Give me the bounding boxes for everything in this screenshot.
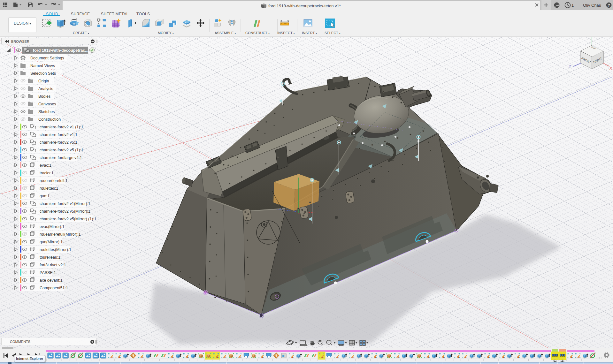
svg-text:gun:1: gun:1 — [40, 194, 50, 198]
svg-text:evac(Mirror):1: evac(Mirror):1 — [40, 224, 65, 229]
svg-text:gun(Mirror):1: gun(Mirror):1 — [40, 240, 63, 244]
svg-text:roulettes:1: roulettes:1 — [40, 186, 58, 191]
svg-text:charniere-fordv2 v5(Mirror) (1: charniere-fordv2 v5(Mirror) (1):1 — [40, 217, 96, 221]
svg-text:tourelleau:1: tourelleau:1 — [40, 255, 60, 260]
svg-text:1: 1 — [571, 3, 574, 8]
svg-text:evac:1: evac:1 — [40, 163, 51, 168]
svg-text:Sketches: Sketches — [38, 110, 55, 114]
svg-text:PASSE:1: PASSE:1 — [40, 270, 56, 275]
svg-text:rouearrierefull:1: rouearrierefull:1 — [40, 178, 68, 183]
svg-text:charniere-fordv2 v5(Mirror):1: charniere-fordv2 v5(Mirror):1 — [40, 209, 90, 214]
svg-text:Component51:1: Component51:1 — [40, 286, 68, 290]
svg-text:charniere-fordlarge v4:1: charniere-fordlarge v4:1 — [40, 155, 82, 160]
svg-text:COMMENTS: COMMENTS — [10, 340, 30, 344]
svg-text:Document Settings: Document Settings — [30, 56, 64, 60]
svg-text:axe devant:1: axe devant:1 — [40, 278, 63, 283]
svg-text:charniere-fordv2 v5 (1):1: charniere-fordv2 v5 (1):1 — [40, 148, 83, 152]
svg-text:tracks:1: tracks:1 — [40, 171, 54, 175]
svg-text:Bodies: Bodies — [38, 94, 50, 99]
svg-text:ford 1918-with-decoupetrac...: ford 1918-with-decoupetrac... — [33, 48, 88, 53]
svg-text:roulettes(Mirror):1: roulettes(Mirror):1 — [40, 247, 71, 252]
svg-text:Canvases: Canvases — [38, 102, 56, 106]
svg-text:charniere-fordv2 v1:1: charniere-fordv2 v1:1 — [40, 133, 77, 137]
svg-text:Z: Z — [568, 64, 571, 69]
svg-text:?: ? — [608, 3, 610, 8]
svg-text:charniere-fordv2 v5:1: charniere-fordv2 v5:1 — [40, 140, 77, 145]
svg-text:charniere-fordv2 v1(Mirror):1: charniere-fordv2 v1(Mirror):1 — [40, 201, 90, 206]
svg-text:BROWSER: BROWSER — [11, 40, 29, 43]
svg-text:Construction: Construction — [38, 117, 61, 122]
svg-text:rouearrierefull(Mirror):1: rouearrierefull(Mirror):1 — [40, 232, 81, 237]
svg-text:Named Views: Named Views — [30, 64, 55, 68]
svg-text:charniere-fordv2 v1 (1):1: charniere-fordv2 v1 (1):1 — [40, 125, 83, 129]
svg-text:Oliv Chau: Oliv Chau — [583, 3, 601, 8]
svg-text:fort3t rivet v2:1: fort3t rivet v2:1 — [40, 263, 66, 267]
svg-text:Analysis: Analysis — [38, 87, 53, 91]
svg-text:X: X — [609, 66, 613, 71]
svg-text:Origin: Origin — [38, 79, 49, 83]
svg-text:Selection Sets: Selection Sets — [30, 71, 56, 76]
